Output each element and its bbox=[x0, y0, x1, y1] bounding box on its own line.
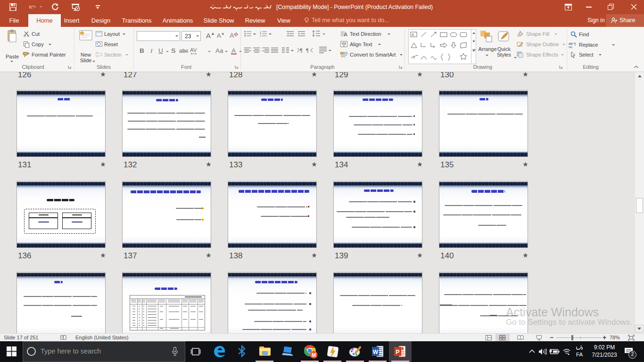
svg-text:A: A bbox=[344, 32, 347, 37]
svg-text:A: A bbox=[230, 32, 234, 39]
svg-text:P: P bbox=[396, 349, 399, 355]
svg-text:M: M bbox=[312, 352, 316, 358]
svg-text:A: A bbox=[412, 33, 414, 37]
svg-text:ac: ac bbox=[569, 45, 572, 48]
svg-text:3: 3 bbox=[260, 34, 261, 37]
svg-text:¶: ¶ bbox=[300, 48, 303, 53]
svg-text:AV: AV bbox=[190, 47, 197, 53]
svg-text:W: W bbox=[373, 349, 379, 355]
svg-text:¶: ¶ bbox=[306, 48, 309, 53]
